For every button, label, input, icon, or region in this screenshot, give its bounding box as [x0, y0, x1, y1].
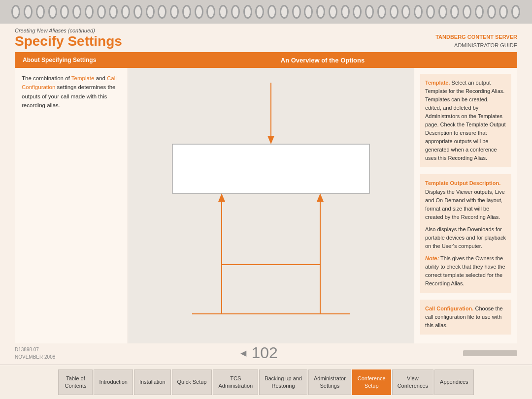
- svg-marker-1: [267, 136, 274, 144]
- tab-administrator-settings[interactable]: AdministratorSettings: [308, 369, 351, 395]
- spiral-loop: [390, 5, 399, 19]
- spiral-loop: [511, 5, 520, 19]
- spiral-loop: [292, 5, 301, 19]
- center-diagram: [128, 68, 414, 343]
- tab-introduction[interactable]: Introduction: [94, 369, 133, 395]
- spiral-loop: [463, 5, 471, 19]
- brand-name: TANDBERG CONTENT SERVER: [435, 33, 517, 41]
- spiral-loop: [11, 5, 20, 19]
- tab-view-conferences[interactable]: ViewConferences: [392, 369, 433, 395]
- spiral-loop: [146, 5, 155, 19]
- page-number: 102: [251, 344, 277, 362]
- sidebar-text: The combination of Template and Call Con…: [22, 74, 121, 110]
- spiral-loop: [365, 5, 374, 19]
- header-right: TANDBERG CONTENT SERVER ADMINISTRATOR GU…: [435, 33, 517, 49]
- call-config-section: Call Configuration. Choose the call conf…: [420, 300, 511, 335]
- spiral-loop: [60, 5, 69, 19]
- spiral-loop: [158, 5, 166, 19]
- doc-date: NOVEMBER 2008: [15, 353, 55, 361]
- spiral-loop: [401, 5, 410, 19]
- spiral-loop: [206, 5, 215, 19]
- spiral-loop: [243, 5, 252, 19]
- template-output-section: Template Output Description. Displays th…: [420, 174, 511, 293]
- note-label: Note:: [425, 255, 439, 261]
- svg-rect-2: [172, 144, 369, 193]
- spiral-loop: [304, 5, 313, 19]
- spiral-loop: [377, 5, 386, 19]
- section-tab-left: About Specifying Settings: [15, 52, 128, 68]
- tab-backing-up[interactable]: Backing up andRestoring: [259, 369, 307, 395]
- page-subtitle: Creating New Aliases (continued): [15, 28, 122, 33]
- scrollbar[interactable]: [463, 350, 517, 356]
- tab-quick-setup[interactable]: Quick Setup: [172, 369, 212, 395]
- template-body: Select an output Template for the Record…: [425, 80, 506, 161]
- call-config-title: Call Configuration.: [425, 306, 473, 311]
- spiral-loop: [231, 5, 240, 19]
- tab-conference-setup[interactable]: ConferenceSetup: [352, 369, 391, 395]
- spiral-loop: [438, 5, 447, 19]
- spiral-loop: [195, 5, 203, 19]
- tab-installation[interactable]: Installation: [134, 369, 171, 395]
- template-output-extra: Also displays the Downloads for portable…: [425, 225, 506, 250]
- main-content: The combination of Template and Call Con…: [15, 68, 517, 343]
- brand-product: CONTENT SERVER: [467, 34, 517, 40]
- spiral-loop: [121, 5, 130, 19]
- template-output-title: Template Output Description.: [425, 180, 500, 186]
- spiral-loop: [72, 5, 81, 19]
- spiral-loop: [414, 5, 423, 19]
- template-section: Template. Select an output Template for …: [420, 74, 511, 167]
- doc-id: D13898.07: [15, 346, 55, 353]
- template-output-body: Displays the Viewer outputs, Live and On…: [425, 189, 505, 220]
- template-link[interactable]: Template: [71, 75, 95, 81]
- svg-marker-6: [317, 193, 324, 202]
- spiral-loop: [182, 5, 191, 19]
- spiral-loop: [267, 5, 276, 19]
- header-left: Creating New Aliases (continued) Specify…: [15, 28, 122, 49]
- spiral-loop: [475, 5, 484, 19]
- spiral-loop: [36, 5, 45, 19]
- right-sidebar: Template. Select an output Template for …: [414, 68, 517, 343]
- guide-label: ADMINISTRATOR GUIDE: [435, 41, 517, 50]
- tab-table-of-contents[interactable]: Table ofContents: [58, 369, 93, 395]
- call-config-link[interactable]: Call Configuration: [22, 75, 117, 90]
- prev-page-arrow[interactable]: ◀: [240, 348, 246, 358]
- spiral-loop: [499, 5, 508, 19]
- section-bar: About Specifying Settings An Overview of…: [15, 52, 517, 68]
- spiral-loop: [219, 5, 228, 19]
- tab-appendices[interactable]: Appendices: [434, 369, 474, 395]
- spiral-loop: [170, 5, 179, 19]
- page-header: Creating New Aliases (continued) Specify…: [0, 24, 532, 52]
- brand-prefix: TANDBERG: [435, 34, 467, 40]
- spiral-loop: [24, 5, 33, 19]
- page-footer: D13898.07 NOVEMBER 2008 ◀ 102: [15, 344, 517, 362]
- spiral-loop: [329, 5, 337, 19]
- spiral-loop: [133, 5, 142, 19]
- spiral-loop: [341, 5, 350, 19]
- page-navigation: ◀ 102: [240, 344, 277, 362]
- doc-info: D13898.07 NOVEMBER 2008: [15, 346, 55, 361]
- spiral-loop: [97, 5, 106, 19]
- section-tab-right: An Overview of the Options: [128, 52, 517, 68]
- svg-marker-4: [218, 193, 225, 202]
- spiral-loop: [450, 5, 459, 19]
- spiral-binding: [0, 0, 532, 24]
- spiral-loop: [109, 5, 118, 19]
- spiral-loop: [280, 5, 289, 19]
- bottom-navigation: Table ofContents Introduction Installati…: [0, 365, 532, 399]
- spiral-loop: [255, 5, 264, 19]
- diagram-svg: [128, 68, 414, 343]
- tab-tcs-administration[interactable]: TCSAdministration: [213, 369, 258, 395]
- page-title: Specify Settings: [15, 33, 122, 49]
- template-title: Template.: [425, 80, 450, 86]
- spiral-loop: [48, 5, 57, 19]
- template-output-note: Note: This gives the Owners the ability …: [425, 254, 506, 288]
- spiral-loop: [85, 5, 94, 19]
- left-sidebar: The combination of Template and Call Con…: [15, 68, 128, 343]
- spiral-loop: [487, 5, 496, 19]
- spiral-loop: [426, 5, 435, 19]
- spiral-loop: [353, 5, 362, 19]
- spiral-loop: [316, 5, 325, 19]
